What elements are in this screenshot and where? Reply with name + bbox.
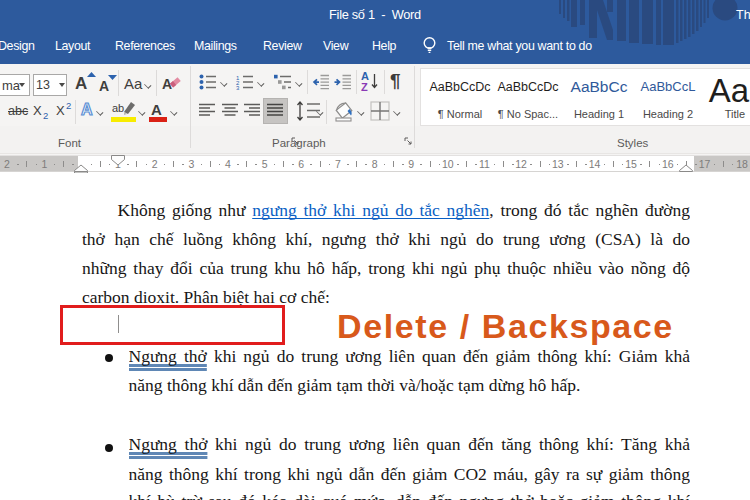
- svg-text:3: 3: [236, 85, 240, 90]
